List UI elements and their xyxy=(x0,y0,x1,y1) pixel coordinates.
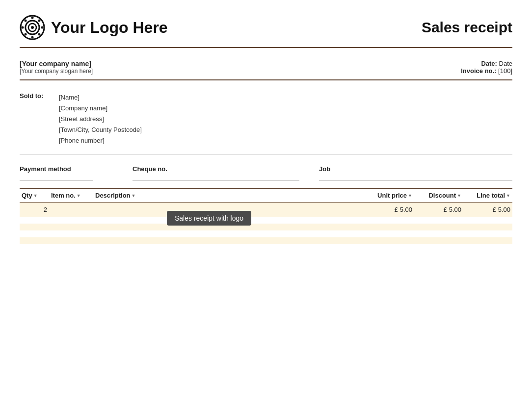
cheque-block: Cheque no. xyxy=(133,165,304,180)
svg-point-1 xyxy=(31,26,34,29)
sold-to-phone: [Phone number] xyxy=(59,135,142,146)
table-row: 2£ 5.00£ 5.00£ 5.00 xyxy=(20,203,512,217)
table-cell[interactable] xyxy=(93,203,365,217)
table-row xyxy=(20,237,512,244)
col-header-qty: Qty ▼ xyxy=(20,189,49,203)
table-cell[interactable] xyxy=(20,237,49,244)
table-cell[interactable] xyxy=(49,217,93,224)
table-row xyxy=(20,217,512,224)
company-slogan: [Your company slogan here] xyxy=(20,68,93,75)
col-header-desc: Description ▼ xyxy=(93,189,365,203)
table-cell[interactable] xyxy=(20,217,49,224)
table-row xyxy=(20,244,512,251)
table-cell[interactable] xyxy=(93,237,365,244)
table-header-row: Qty ▼ Item no. ▼ Description ▼ xyxy=(20,189,512,203)
date-row: Date: Date xyxy=(461,60,512,67)
sold-to-name: [Name] xyxy=(59,92,142,103)
payment-method-label: Payment method xyxy=(20,165,118,173)
company-info-row: [Your company name] [Your company slogan… xyxy=(20,55,512,80)
payment-method-field[interactable] xyxy=(20,173,93,180)
svg-point-9 xyxy=(25,20,27,22)
table-cell[interactable] xyxy=(49,230,93,237)
job-field[interactable] xyxy=(319,173,512,180)
table-cell[interactable] xyxy=(365,244,414,251)
table-cell[interactable] xyxy=(414,230,463,237)
qty-dropdown-icon[interactable]: ▼ xyxy=(33,193,38,198)
svg-point-7 xyxy=(25,33,27,36)
unitprice-dropdown-icon[interactable]: ▼ xyxy=(408,193,412,198)
date-value: Date xyxy=(499,60,512,67)
table-cell[interactable] xyxy=(414,244,463,251)
sold-to-row: Sold to: [Name] [Company name] [Street a… xyxy=(20,92,512,146)
svg-point-5 xyxy=(38,33,41,36)
receipt-title: Sales receipt xyxy=(422,19,512,36)
col-header-itemno: Item no. ▼ xyxy=(49,189,93,203)
sold-to-company: [Company name] xyxy=(59,103,142,114)
job-label: Job xyxy=(319,165,512,173)
table-cell[interactable]: 2 xyxy=(20,203,49,217)
svg-point-3 xyxy=(38,20,41,22)
table-cell[interactable] xyxy=(365,224,414,230)
table-cell[interactable] xyxy=(463,237,512,244)
sold-to-city: [Town/City, County Postcode] xyxy=(59,125,142,135)
table-row xyxy=(20,224,512,230)
table-cell[interactable] xyxy=(20,244,49,251)
table-cell[interactable] xyxy=(463,230,512,237)
table-cell[interactable] xyxy=(93,217,365,224)
sold-to-label: Sold to: xyxy=(20,92,59,100)
col-header-linetotal: Line total ▼ xyxy=(463,189,512,203)
items-table-wrapper: Qty ▼ Item no. ▼ Description ▼ xyxy=(20,188,512,251)
date-label: Date: xyxy=(481,60,497,67)
invoice-meta: Date: Date Invoice no.: [100] xyxy=(461,60,512,75)
cheque-field[interactable] xyxy=(133,173,299,180)
svg-point-2 xyxy=(31,17,34,19)
table-cell[interactable] xyxy=(20,224,49,230)
table-cell[interactable] xyxy=(365,237,414,244)
logo-text: Your Logo Here xyxy=(51,19,168,37)
svg-point-6 xyxy=(31,36,34,39)
cheque-label: Cheque no. xyxy=(133,165,304,173)
table-cell[interactable] xyxy=(463,244,512,251)
invoice-row: Invoice no.: [100] xyxy=(461,67,512,75)
table-cell[interactable] xyxy=(414,237,463,244)
svg-point-8 xyxy=(22,26,24,29)
table-cell[interactable]: £ 5.00 xyxy=(414,203,463,217)
col-header-discount: Discount ▼ xyxy=(414,189,463,203)
table-cell[interactable] xyxy=(93,224,365,230)
table-cell[interactable]: £ 5.00 xyxy=(463,203,512,217)
linetotal-dropdown-icon[interactable]: ▼ xyxy=(506,193,510,198)
table-cell[interactable] xyxy=(463,217,512,224)
table-cell[interactable] xyxy=(49,244,93,251)
col-header-unitprice: Unit price ▼ xyxy=(365,189,414,203)
sold-to-section: Sold to: [Name] [Company name] [Street a… xyxy=(20,87,512,154)
table-cell[interactable] xyxy=(20,230,49,237)
page-header: Your Logo Here Sales receipt xyxy=(20,15,512,48)
logo-area: Your Logo Here xyxy=(20,15,168,40)
company-name: [Your company name] xyxy=(20,60,93,68)
payment-row: Payment method Cheque no. Job xyxy=(20,162,512,183)
company-info-left: [Your company name] [Your company slogan… xyxy=(20,60,93,75)
spiral-icon xyxy=(20,15,45,40)
itemno-dropdown-icon[interactable]: ▼ xyxy=(77,193,81,198)
table-cell[interactable] xyxy=(414,224,463,230)
invoice-value: [100] xyxy=(498,67,512,75)
table-cell[interactable] xyxy=(93,230,365,237)
table-cell[interactable] xyxy=(414,217,463,224)
table-cell[interactable]: £ 5.00 xyxy=(365,203,414,217)
invoice-label: Invoice no.: xyxy=(461,67,496,75)
discount-dropdown-icon[interactable]: ▼ xyxy=(457,193,461,198)
table-cell[interactable] xyxy=(49,203,93,217)
table-cell[interactable] xyxy=(93,244,365,251)
table-cell[interactable] xyxy=(49,224,93,230)
job-block: Job xyxy=(319,165,512,180)
table-cell[interactable] xyxy=(49,237,93,244)
svg-point-4 xyxy=(41,26,44,29)
desc-dropdown-icon[interactable]: ▼ xyxy=(132,193,136,198)
payment-method-block: Payment method xyxy=(20,165,118,180)
table-row xyxy=(20,230,512,237)
table-cell[interactable] xyxy=(365,230,414,237)
sold-to-street: [Street address] xyxy=(59,114,142,125)
items-table: Qty ▼ Item no. ▼ Description ▼ xyxy=(20,188,512,251)
table-cell[interactable] xyxy=(463,224,512,230)
table-cell[interactable] xyxy=(365,217,414,224)
